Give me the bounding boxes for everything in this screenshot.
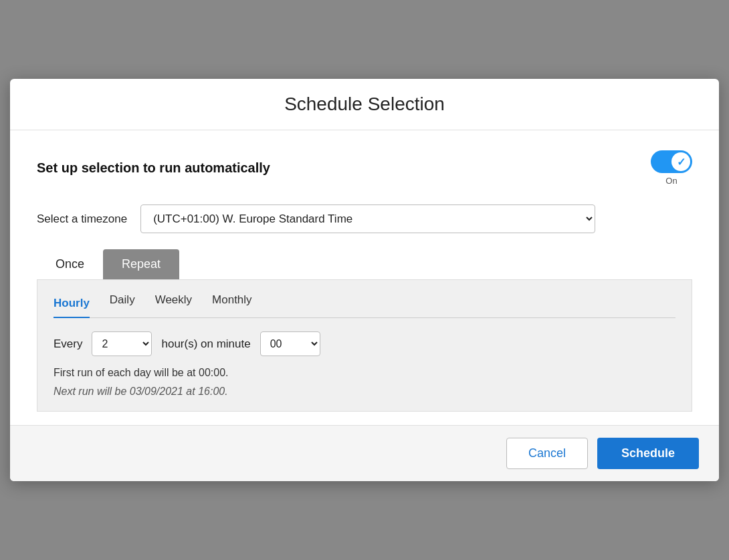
auto-run-row: Set up selection to run automatically On (37, 150, 692, 186)
toggle-knob (671, 152, 690, 171)
hours-on-minute-label: hour(s) on minute (161, 337, 250, 351)
sub-tab-monthly[interactable]: Monthly (212, 293, 252, 311)
sub-tab-hourly[interactable]: Hourly (54, 293, 90, 318)
tab-repeat[interactable]: Repeat (103, 249, 179, 279)
hour-select[interactable]: 1 2 3 4 6 8 12 (92, 331, 152, 356)
dialog-overlay: Schedule Selection Set up selection to r… (0, 0, 729, 560)
auto-run-toggle[interactable] (651, 150, 692, 173)
next-run-text: Next run will be 03/09/2021 at 16:00. (54, 386, 675, 398)
dialog-title: Schedule Selection (30, 94, 699, 115)
first-run-text: First run of each day will be at 00:00. (54, 367, 675, 379)
timezone-select[interactable]: (UTC+01:00) W. Europe Standard Time (UTC… (140, 204, 595, 233)
dialog-header: Schedule Selection (10, 79, 719, 130)
timezone-row: Select a timezone (UTC+01:00) W. Europe … (37, 204, 692, 233)
sub-tab-weekly[interactable]: Weekly (155, 293, 192, 311)
tab-once[interactable]: Once (37, 249, 103, 279)
toggle-status: On (665, 176, 677, 186)
schedule-dialog: Schedule Selection Set up selection to r… (10, 79, 719, 481)
toggle-container: On (651, 150, 692, 186)
dialog-footer: Cancel Schedule (10, 425, 719, 481)
cancel-button[interactable]: Cancel (506, 438, 588, 469)
tab-content: Hourly Daily Weekly Monthly Every 1 2 3 … (37, 279, 692, 412)
sub-tabs-row: Hourly Daily Weekly Monthly (54, 293, 675, 318)
every-label: Every (54, 337, 82, 351)
schedule-tabs: Once Repeat (37, 249, 692, 279)
minute-select[interactable]: 00 05 10 15 20 25 30 35 40 45 50 55 (260, 331, 320, 356)
timezone-label: Select a timezone (37, 213, 127, 226)
auto-run-label: Set up selection to run automatically (37, 160, 270, 176)
schedule-button[interactable]: Schedule (597, 438, 699, 469)
sub-tab-daily[interactable]: Daily (110, 293, 135, 311)
dialog-body: Set up selection to run automatically On… (10, 130, 719, 425)
hourly-config: Every 1 2 3 4 6 8 12 hour(s) on minute 0… (54, 331, 675, 356)
